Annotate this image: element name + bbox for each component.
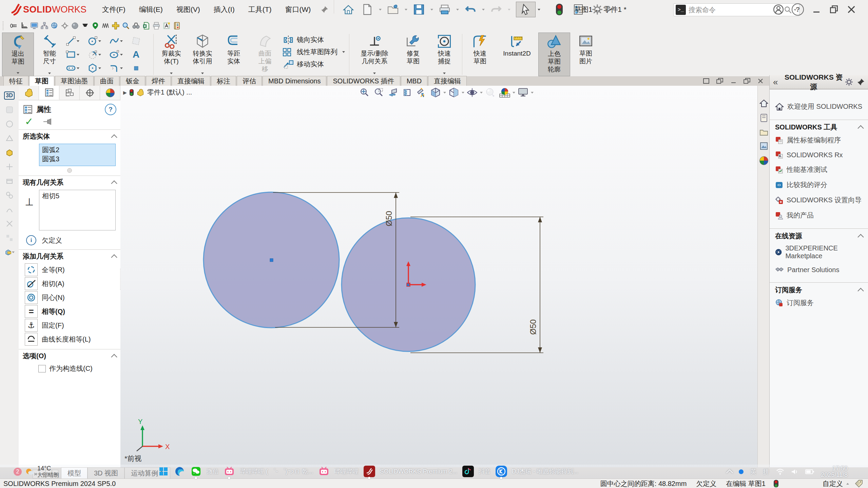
tab-evaluate[interactable]: 评估 (237, 76, 262, 86)
corner-bracket-icon[interactable] (19, 21, 29, 31)
view-palette-tab-icon[interactable] (760, 142, 768, 150)
tools-section-collapse[interactable] (857, 125, 864, 131)
partner-solutions-item[interactable]: Partner Solutions (770, 263, 868, 277)
tab-addins[interactable]: SOLIDWORKS 插件 (327, 76, 400, 86)
battery-icon[interactable] (805, 469, 814, 474)
pm-existing-relations-collapse[interactable] (111, 180, 117, 186)
selected-entity-item[interactable]: 圆弧3 (42, 155, 113, 164)
performance-benchmark-item[interactable]: 性能基准测试 (770, 162, 868, 177)
ime-pinyin-indicator[interactable]: 拼 (763, 468, 769, 476)
mirror-entities-button[interactable]: 镜向实体 (283, 35, 345, 44)
bolt-tool-icon[interactable] (9, 21, 19, 31)
slot-tool-dropdown[interactable] (77, 67, 79, 69)
slot-tool-icon[interactable] (65, 62, 77, 74)
pm-add-relations-collapse[interactable] (111, 254, 117, 260)
doc-maximize-icon[interactable] (700, 77, 712, 85)
wechat-icon[interactable] (190, 466, 202, 477)
quick-snap-dropdown[interactable] (443, 73, 446, 74)
model-tab[interactable]: 模型 (61, 467, 88, 479)
fillet-tool-icon[interactable] (109, 62, 120, 74)
marketplace-item[interactable]: 3DEXPERIENCE Marketplace (770, 241, 868, 263)
pm-ok-button[interactable]: ✓ (25, 117, 33, 126)
print-table-icon[interactable] (151, 21, 161, 31)
menu-edit[interactable]: 编辑(E) (132, 5, 170, 14)
bilibili-icon[interactable] (224, 466, 235, 477)
spline-tool-dropdown[interactable] (120, 40, 123, 42)
menu-insert[interactable]: 插入(I) (207, 5, 242, 14)
existing-relations-listbox[interactable]: 相切5 (39, 190, 116, 230)
circle-tool-icon[interactable] (87, 35, 98, 47)
pm-tab-configurations[interactable] (59, 86, 80, 100)
magnifier-blue-icon[interactable] (121, 21, 131, 31)
kugou-label[interactable]: DJ杰瑞 - 唯愿你能得到... (512, 467, 579, 475)
my-products-item[interactable]: 我的产品 (770, 208, 868, 223)
fillet-tool-dropdown[interactable] (120, 67, 123, 69)
relation-tangent-button[interactable]: 相切(A) (25, 277, 120, 290)
new-document-button[interactable] (358, 2, 377, 17)
solidworks-taskbar-icon[interactable] (364, 466, 375, 477)
tab-mbd[interactable]: MBD (401, 76, 427, 86)
sketch-picture-button[interactable]: 草图 图片 (570, 33, 601, 76)
dock-tool-icon-5[interactable] (4, 176, 15, 186)
tab-features[interactable]: 特征 (3, 76, 28, 86)
edge-browser-icon[interactable] (174, 466, 186, 477)
shaded-sketch-contours-button[interactable]: 上色 草图 轮廓 (538, 33, 570, 76)
douyin-label[interactable]: 抖音 (479, 467, 491, 475)
task-pane-gear-icon[interactable] (845, 78, 853, 86)
pm-help-icon[interactable]: ? (105, 104, 116, 115)
solidworks-taskbar-label[interactable]: SOLIDWORKS Premium 2... (380, 468, 458, 475)
tab-mbd-dimensions[interactable]: MBD Dimensions (263, 76, 326, 86)
pm-tab-properties[interactable] (39, 86, 59, 100)
rectangle-tool-dropdown[interactable] (77, 54, 79, 56)
design-binder-icon[interactable] (172, 21, 182, 31)
sphere-gray-icon[interactable] (70, 21, 80, 31)
dock-part-icon[interactable] (4, 147, 15, 158)
pipe-fitting-icon[interactable] (111, 21, 121, 31)
windows-start-button[interactable] (158, 466, 169, 477)
customize-caret[interactable] (846, 483, 849, 485)
restore-window-icon[interactable] (829, 4, 839, 15)
binoculars-icon[interactable] (131, 21, 141, 31)
dock-tool-icon-8[interactable] (4, 219, 15, 229)
redo-button[interactable] (487, 2, 506, 17)
appearances-tab-icon[interactable] (759, 156, 768, 165)
resources-tab-icon[interactable] (759, 99, 768, 107)
new-document-dropdown[interactable] (377, 2, 384, 17)
dock-tool-icon-7[interactable] (4, 204, 15, 215)
pin-menu-icon[interactable] (320, 5, 329, 14)
open-dropdown[interactable] (403, 2, 409, 17)
arc-tool-dropdown[interactable] (98, 54, 101, 56)
doc-minimize-icon[interactable] (728, 77, 739, 85)
menu-view[interactable]: 视图(V) (170, 5, 207, 14)
subscription-section-collapse[interactable] (857, 288, 864, 294)
tray-expand-chevron[interactable] (726, 469, 733, 476)
redo-dropdown[interactable] (506, 2, 513, 17)
save-dropdown[interactable] (428, 2, 435, 17)
solidworks-rx-item[interactable]: SOLIDWORKS Rx (770, 148, 868, 162)
green-pin-icon[interactable] (90, 21, 100, 31)
3d-tools-icon[interactable]: 3D (4, 90, 15, 101)
smart-dimension-dropdown[interactable] (48, 73, 51, 74)
monitor-icon[interactable] (29, 21, 39, 31)
selected-entities-listbox[interactable]: 圆弧2 圆弧3 (39, 144, 116, 166)
bilibili-label[interactable]: 哔哩哔哩 ( ゜- ゜)つロ 乾... (240, 467, 313, 475)
open-button[interactable] (384, 2, 403, 17)
dock-tool-icon-1[interactable] (4, 105, 15, 115)
spline-tool-icon[interactable] (109, 35, 120, 47)
dimension-2-text[interactable]: Ø50 (528, 319, 538, 334)
listbox-resize-handle[interactable] (67, 168, 72, 173)
pm-tab-dimxpert[interactable] (80, 86, 100, 100)
doc-restore-icon[interactable] (741, 77, 753, 85)
menu-file[interactable]: 文件(F) (95, 5, 132, 14)
excel-export-icon[interactable] (141, 21, 151, 31)
relation-fix-button[interactable]: ⚓ 固定(F) (25, 319, 120, 332)
dock-tool-icon-3[interactable] (4, 133, 15, 143)
ellipse-tool-icon[interactable] (109, 49, 120, 60)
text-tool-icon[interactable]: A (130, 49, 142, 60)
offset-entities-button[interactable]: 等距 实体 (218, 33, 249, 76)
relation-equal-curve-length-button[interactable]: 曲线长度相等(L) (25, 333, 120, 346)
ellipse-tool-dropdown[interactable] (120, 54, 123, 56)
settings-wizard-item[interactable]: SOLIDWORKS 设置向导 (770, 192, 868, 208)
exit-sketch-button[interactable]: 退出 草图 (2, 33, 34, 76)
globe-sync-icon[interactable] (50, 21, 60, 31)
